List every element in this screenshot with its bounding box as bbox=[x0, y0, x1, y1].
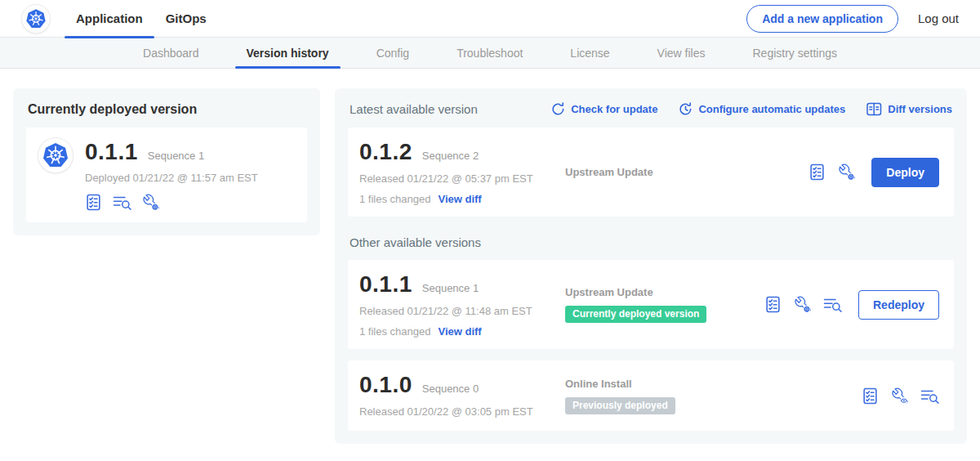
version-actions: Redeploy bbox=[764, 290, 939, 320]
tab-gitops[interactable]: GitOps bbox=[154, 0, 218, 38]
subnav-config[interactable]: Config bbox=[365, 38, 421, 68]
preflight-checks-icon[interactable] bbox=[808, 163, 826, 181]
kubernetes-logo-icon bbox=[24, 7, 47, 30]
app-logo[interactable] bbox=[21, 4, 51, 34]
deployed-version-card: 0.1.1 Sequence 1 Deployed 01/21/22 @ 11:… bbox=[26, 128, 307, 222]
edit-config-icon[interactable] bbox=[794, 296, 811, 313]
configure-automatic-updates-link[interactable]: Configure automatic updates bbox=[679, 102, 845, 116]
version-status: Online Install Previously deployed bbox=[565, 378, 862, 414]
version-info: 0.1.0 Sequence 0 Released 01/20/22 @ 03:… bbox=[359, 372, 565, 419]
tab-application[interactable]: Application bbox=[65, 0, 154, 38]
auto-update-icon bbox=[679, 102, 693, 116]
configure-automatic-updates-label: Configure automatic updates bbox=[698, 103, 845, 115]
subnav-version-history[interactable]: Version history bbox=[235, 38, 341, 68]
deploy-button[interactable]: Deploy bbox=[871, 158, 939, 187]
other-versions-heading: Other available versions bbox=[350, 235, 952, 249]
version-card-0-1-1: 0.1.1 Sequence 1 Released 01/21/22 @ 11:… bbox=[348, 260, 954, 349]
view-logs-icon[interactable] bbox=[113, 194, 131, 211]
released-date: Released 01/20/22 @ 03:05 pm EST bbox=[359, 405, 565, 418]
preflight-checks-icon[interactable] bbox=[764, 296, 782, 313]
diff-versions-label: Diff versions bbox=[888, 103, 952, 115]
check-for-update-link[interactable]: Check for update bbox=[551, 102, 657, 116]
version-number: 0.1.0 bbox=[359, 372, 412, 398]
preflight-checks-icon[interactable] bbox=[862, 387, 879, 405]
diff-versions-link[interactable]: Diff versions bbox=[866, 102, 952, 116]
main-content: Currently deployed version 0.1.1 Sequenc… bbox=[0, 69, 980, 444]
deployed-actions bbox=[85, 194, 258, 211]
version-status: Upstream Update Currently deployed versi… bbox=[565, 286, 764, 323]
version-source-label: Online Install bbox=[565, 378, 862, 390]
subnav-dashboard[interactable]: Dashboard bbox=[131, 38, 211, 68]
sequence-label: Sequence 1 bbox=[422, 282, 479, 294]
app-nav-tabs: Application GitOps bbox=[65, 0, 218, 38]
previously-deployed-badge: Previously deployed bbox=[565, 397, 675, 414]
version-source-label: Upstream Update bbox=[565, 286, 764, 298]
version-card-0-1-0: 0.1.0 Sequence 0 Released 01/20/22 @ 03:… bbox=[348, 360, 954, 431]
sequence-label: Sequence 2 bbox=[422, 150, 479, 162]
subnav-license[interactable]: License bbox=[559, 38, 621, 68]
diff-icon bbox=[866, 102, 882, 116]
latest-version-heading: Latest available version bbox=[350, 102, 478, 116]
version-actions bbox=[862, 387, 939, 405]
deployed-date: Deployed 01/21/22 @ 11:57 am EST bbox=[85, 172, 258, 184]
app-version-logo bbox=[38, 137, 74, 173]
version-info: 0.1.1 Sequence 1 Released 01/21/22 @ 11:… bbox=[359, 271, 565, 338]
edit-config-icon[interactable] bbox=[838, 163, 855, 181]
subnav-view-files[interactable]: View files bbox=[646, 38, 717, 68]
files-changed-label: 1 files changed bbox=[359, 325, 430, 338]
subnav-registry-settings[interactable]: Registry settings bbox=[742, 38, 849, 68]
version-number: 0.1.2 bbox=[359, 139, 412, 165]
top-navbar: Application GitOps Add a new application… bbox=[0, 0, 980, 38]
kubernetes-logo-icon bbox=[41, 141, 70, 170]
view-logs-icon[interactable] bbox=[823, 296, 842, 313]
released-date: Released 01/21/22 @ 11:48 am EST bbox=[359, 305, 565, 317]
currently-deployed-badge: Currently deployed version bbox=[565, 306, 706, 323]
currently-deployed-panel: Currently deployed version 0.1.1 Sequenc… bbox=[13, 88, 320, 235]
check-for-update-label: Check for update bbox=[571, 103, 657, 115]
released-date: Released 01/21/22 @ 05:37 pm EST bbox=[359, 172, 565, 185]
view-config-icon[interactable] bbox=[891, 387, 908, 405]
latest-version-header: Latest available version Check for updat… bbox=[350, 102, 952, 116]
version-info: 0.1.2 Sequence 2 Released 01/21/22 @ 05:… bbox=[359, 139, 565, 205]
deployed-sequence-label: Sequence 1 bbox=[148, 150, 204, 162]
version-card-0-1-2: 0.1.2 Sequence 2 Released 01/21/22 @ 05:… bbox=[348, 128, 954, 217]
deployed-version-info: 0.1.1 Sequence 1 Deployed 01/21/22 @ 11:… bbox=[85, 137, 258, 211]
version-status: Upstream Update bbox=[565, 166, 808, 178]
logout-link[interactable]: Log out bbox=[918, 11, 959, 25]
version-history-panel: Latest available version Check for updat… bbox=[335, 88, 967, 444]
header-actions: Check for update Configure automatic upd… bbox=[551, 102, 952, 116]
sequence-label: Sequence 0 bbox=[422, 383, 479, 395]
app-subnav: Dashboard Version history Config Trouble… bbox=[0, 38, 980, 69]
version-source-label: Upstream Update bbox=[565, 166, 808, 178]
view-diff-link[interactable]: View diff bbox=[438, 325, 481, 338]
version-actions: Deploy bbox=[808, 158, 939, 187]
currently-deployed-title: Currently deployed version bbox=[28, 102, 305, 117]
preflight-checks-icon[interactable] bbox=[85, 194, 102, 211]
view-logs-icon[interactable] bbox=[920, 387, 939, 405]
view-diff-link[interactable]: View diff bbox=[438, 193, 481, 205]
files-changed-label: 1 files changed bbox=[359, 193, 430, 205]
edit-config-icon[interactable] bbox=[142, 194, 159, 211]
refresh-icon bbox=[551, 102, 565, 116]
version-number: 0.1.1 bbox=[359, 271, 412, 298]
redeploy-button[interactable]: Redeploy bbox=[858, 290, 939, 320]
navbar-right: Add a new application Log out bbox=[746, 5, 959, 33]
subnav-troubleshoot[interactable]: Troubleshoot bbox=[445, 38, 534, 68]
add-application-button[interactable]: Add a new application bbox=[746, 5, 898, 33]
deployed-version-number: 0.1.1 bbox=[85, 139, 138, 165]
